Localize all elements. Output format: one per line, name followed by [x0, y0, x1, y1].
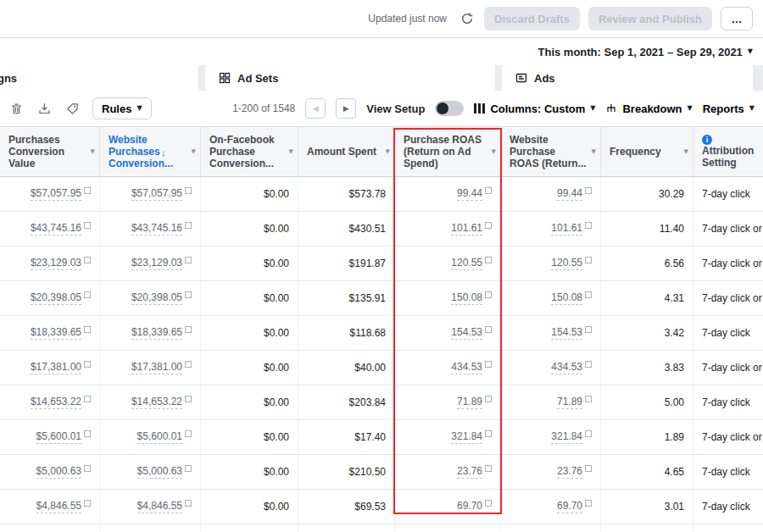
column-header-website-purchases-conversion[interactable]: Website Purchases Conversion... ↓ ▼: [100, 127, 201, 176]
metric-value-link[interactable]: 71.89: [557, 396, 582, 409]
metric-value-link[interactable]: $20,398.05: [31, 291, 81, 305]
updated-status: Updated just now: [368, 13, 447, 25]
metric-value-link[interactable]: 321.84: [451, 430, 482, 444]
table-row: $43,745.16$43,745.16$0.00$430.51101.6110…: [0, 212, 763, 247]
discard-drafts-button[interactable]: Discard Drafts: [484, 7, 580, 30]
metric-value-link[interactable]: 120.55: [451, 257, 482, 270]
metric-value-link[interactable]: 71.89: [457, 396, 482, 409]
cell-attribution-setting: 7-day click or view: [693, 420, 763, 454]
cell-website-purchase-roas: 120.55: [501, 247, 601, 280]
reports-label: Reports: [703, 103, 744, 115]
tab-ad-sets[interactable]: Ad Sets: [205, 65, 495, 91]
info-icon: i: [702, 135, 712, 145]
multi-attribution-icon: [585, 430, 592, 437]
metric-value-link[interactable]: $5,000.63: [36, 465, 81, 479]
delete-button[interactable]: [8, 101, 25, 117]
metric-value-link[interactable]: $23,129.03: [131, 257, 182, 270]
metric-value-link[interactable]: 101.61: [551, 222, 582, 236]
columns-button[interactable]: Columns: Custom ▼: [474, 103, 595, 115]
metric-value-link[interactable]: $23,129.03: [31, 257, 81, 270]
metric-value-link[interactable]: $14,653.22: [131, 396, 182, 409]
cell-website-purchases-conversion: $18,339.65: [100, 316, 201, 350]
metric-value-link[interactable]: 69.70: [457, 500, 482, 513]
metric-value-link[interactable]: $18,339.65: [131, 326, 182, 340]
cell-attribution-setting: 7-day click or view: [693, 212, 763, 246]
cell-frequency: 4.65: [601, 455, 693, 489]
cell-amount-spent: $209.93: [298, 524, 395, 532]
cell-amount-spent: $573.78: [298, 177, 395, 211]
tab-ads[interactable]: Ads: [502, 65, 753, 91]
tag-button[interactable]: [64, 101, 81, 117]
chevron-down-icon: ▼: [492, 146, 496, 158]
cell-purchase-roas: 434.53: [395, 351, 501, 385]
metric-value-link[interactable]: $57,057.95: [131, 187, 182, 201]
export-button[interactable]: [36, 101, 53, 117]
cell-purchases-conversion-value: $14,653.22: [0, 385, 100, 419]
metric-value-link[interactable]: 99.44: [557, 187, 582, 201]
metric-value-link[interactable]: $5,000.63: [137, 465, 182, 479]
table-row: $17,381.00$17,381.00$0.00$40.00434.53434…: [0, 351, 763, 385]
review-and-publish-button[interactable]: Review and Publish: [588, 7, 712, 30]
cell-attribution-setting: 7-day click or view: [693, 247, 763, 280]
metric-value-link[interactable]: 23.76: [457, 465, 482, 479]
metric-value-link[interactable]: $4,846.55: [137, 500, 182, 513]
column-header-purchases-conversion-value[interactable]: Purchases Conversion Value ▼: [0, 127, 100, 176]
reports-button[interactable]: Reports ▼: [703, 103, 755, 115]
table-row: $18,339.65$18,339.65$0.00$118.68154.5315…: [0, 316, 763, 351]
breakdown-button[interactable]: Breakdown ▼: [605, 103, 692, 115]
column-header-purchase-roas[interactable]: Purchase ROAS (Return on Ad Spend) ▼: [395, 127, 501, 176]
cell-frequency: 3.42: [601, 316, 693, 350]
metric-value-link[interactable]: 154.53: [551, 326, 582, 340]
metric-value-link[interactable]: $5,600.01: [36, 430, 81, 444]
column-header-frequency[interactable]: Frequency ▼: [601, 127, 693, 176]
multi-attribution-icon: [84, 257, 91, 263]
metric-value-link[interactable]: $43,745.16: [31, 222, 81, 236]
export-icon: [38, 103, 51, 115]
column-header-on-facebook-purchase-conversion[interactable]: On-Facebook Purchase Conversion... ▼: [201, 127, 298, 176]
column-header-website-purchase-roas[interactable]: Website Purchase ROAS (Return... ▼: [501, 127, 601, 176]
cell-website-purchases-conversion: $14,653.22: [100, 385, 201, 419]
multi-attribution-icon: [585, 326, 592, 333]
metric-value-link[interactable]: 154.53: [451, 326, 482, 340]
metric-value-link[interactable]: $17,381.00: [31, 361, 81, 374]
metric-value-link[interactable]: $4,846.55: [36, 500, 81, 513]
column-header-amount-spent[interactable]: Amount Spent ▼: [298, 127, 395, 176]
metric-value-link[interactable]: 120.55: [551, 257, 582, 270]
metric-value-link[interactable]: 150.08: [451, 291, 482, 305]
metrics-table: Purchases Conversion Value ▼ Website Pur…: [0, 126, 763, 532]
rules-button[interactable]: Rules ▼: [92, 97, 152, 119]
column-header-attribution-setting[interactable]: i Attribution Setting: [693, 127, 763, 176]
table-row: $57,057.95$57,057.95$0.00$573.7899.4499.…: [0, 177, 763, 212]
metric-value-link[interactable]: 69.70: [557, 500, 582, 513]
metric-value-link[interactable]: $14,653.22: [31, 396, 81, 409]
metric-value-link[interactable]: 321.84: [551, 430, 582, 444]
metric-value-link[interactable]: $20,398.05: [131, 291, 182, 305]
multi-attribution-icon: [485, 430, 492, 437]
view-setup-toggle[interactable]: [435, 101, 464, 116]
metric-value-link[interactable]: $17,381.00: [131, 361, 182, 374]
multi-attribution-icon: [185, 257, 192, 263]
more-options-button[interactable]: …: [721, 7, 753, 30]
metric-value-link[interactable]: 23.76: [557, 465, 582, 479]
multi-attribution-icon: [485, 396, 492, 402]
previous-page-button[interactable]: ◀: [305, 98, 326, 119]
metric-value-link[interactable]: 150.08: [551, 291, 582, 305]
next-page-button[interactable]: ▶: [336, 98, 356, 119]
metric-value-link[interactable]: $43,745.16: [131, 222, 182, 236]
metric-value-link[interactable]: $5,600.01: [137, 430, 182, 444]
metric-value-link[interactable]: 99.44: [457, 187, 482, 201]
metric-value-link[interactable]: $57,057.95: [31, 187, 81, 201]
multi-attribution-icon: [185, 500, 192, 507]
cell-website-purchase-roas: 71.89: [501, 385, 601, 419]
metric-value-link[interactable]: $18,339.65: [31, 326, 81, 340]
date-range-selector[interactable]: This month: Sep 1, 2021 – Sep 29, 2021 ▼: [538, 46, 753, 58]
metric-value-link[interactable]: 434.53: [551, 361, 582, 374]
multi-attribution-icon: [485, 361, 492, 368]
cell-website-purchase-roas: 14.26: [501, 524, 601, 532]
refresh-button[interactable]: [459, 10, 476, 27]
tab-campaigns[interactable]: Campaigns: [0, 65, 198, 91]
metric-value-link[interactable]: 101.61: [451, 222, 482, 236]
cell-purchases-conversion-value: $23,129.03: [0, 247, 100, 280]
cell-frequency: 3.83: [601, 351, 693, 385]
metric-value-link[interactable]: 434.53: [451, 361, 482, 374]
